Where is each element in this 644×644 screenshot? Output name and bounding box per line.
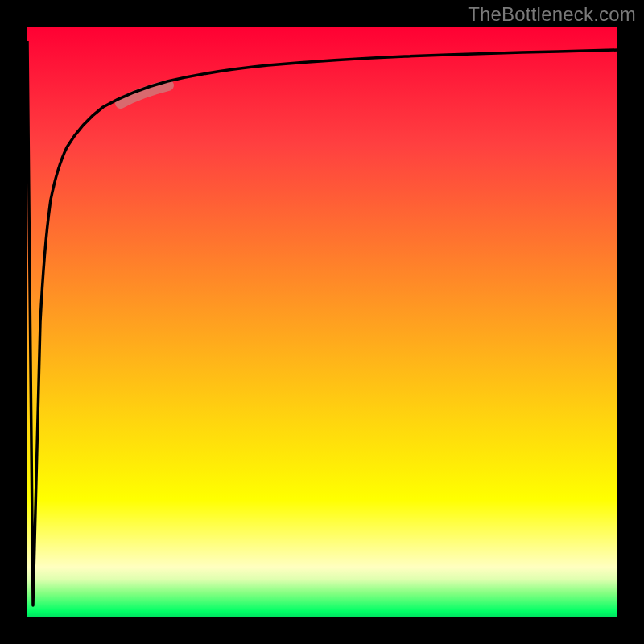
chart-frame: TheBottleneck.com [0,0,644,644]
watermark-text: TheBottleneck.com [468,3,636,26]
log-curve-path [40,50,617,322]
curve-layer [27,27,617,617]
plot-area [27,27,617,617]
highlight-segment [121,85,168,103]
spike-path [27,41,40,605]
